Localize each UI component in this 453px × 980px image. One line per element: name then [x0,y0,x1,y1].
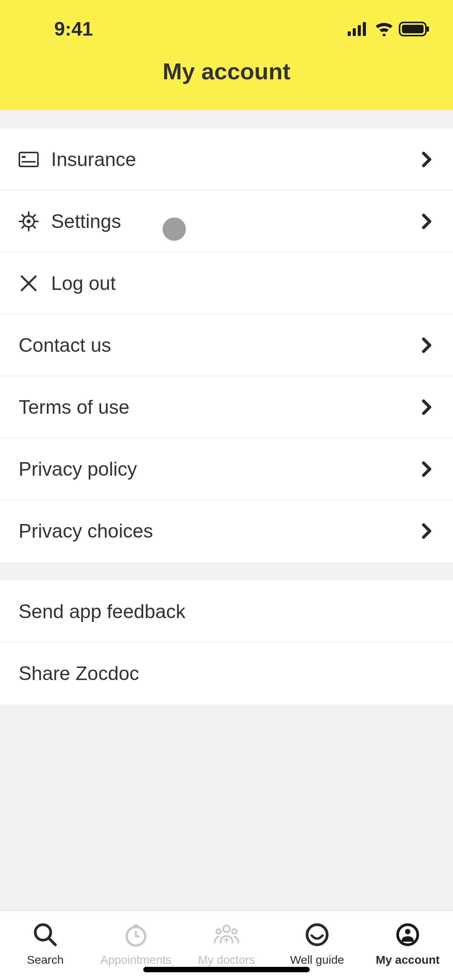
svg-point-16 [232,929,237,934]
account-icon [395,922,421,948]
svg-point-17 [307,925,327,945]
svg-rect-6 [427,26,429,32]
list-item-share[interactable]: Share Zocdoc [0,642,453,704]
tab-label: Search [27,953,63,966]
list-item-insurance[interactable]: Insurance [0,128,453,190]
gear-icon [19,211,39,231]
chevron-right-icon [419,338,434,353]
svg-point-18 [398,925,418,945]
svg-rect-2 [358,25,361,36]
svg-rect-9 [22,161,36,163]
battery-icon [399,22,430,36]
list-item-feedback[interactable]: Send app feedback [0,581,453,642]
svg-point-14 [223,925,230,932]
status-bar: 9:41 [0,0,453,39]
search-icon [32,922,58,948]
status-time: 9:41 [54,18,93,40]
tab-search[interactable]: Search [0,922,91,980]
chevron-right-icon [419,399,434,415]
status-icons [348,22,430,36]
header: 9:41 My account [0,0,453,110]
chevron-right-icon [419,152,434,167]
list-item-label: Terms of use [19,396,419,418]
list-item-label: Share Zocdoc [19,662,434,685]
list-item-label: Log out [51,272,434,295]
svg-rect-8 [22,156,26,158]
list-item-contact-us[interactable]: Contact us [0,314,453,376]
list-item-label: Privacy policy [19,458,419,480]
list-item-label: Insurance [51,148,419,171]
doctors-icon [213,922,240,948]
list-item-logout[interactable]: Log out [0,252,453,314]
clock-icon [123,922,149,948]
svg-point-11 [27,219,31,223]
section-account: Insurance Settings Log [0,128,453,562]
home-indicator[interactable] [143,967,310,972]
svg-rect-0 [348,31,351,36]
svg-rect-7 [19,152,38,166]
cellular-icon [348,22,369,36]
list-item-label: Privacy choices [19,520,419,542]
list-item-privacy-policy[interactable]: Privacy policy [0,438,453,500]
tab-my-account[interactable]: My account [362,922,453,980]
tab-label: Appointments [100,953,171,966]
list-item-privacy-choices[interactable]: Privacy choices [0,500,453,562]
svg-point-15 [216,929,221,934]
tab-label: My doctors [198,953,255,966]
chevron-right-icon [419,461,434,477]
chevron-right-icon [419,214,434,229]
list-item-settings[interactable]: Settings [0,190,453,252]
chevron-right-icon [419,523,434,539]
list-item-label: Send app feedback [19,600,434,623]
svg-point-19 [405,929,410,934]
tab-label: Well guide [290,953,344,966]
wifi-icon [375,22,393,36]
list-item-terms[interactable]: Terms of use [0,376,453,438]
list-item-label: Settings [51,210,419,233]
close-icon [19,273,39,293]
svg-rect-1 [353,28,356,36]
list-item-label: Contact us [19,334,419,356]
smile-icon [304,922,330,948]
svg-rect-5 [402,25,424,33]
svg-rect-3 [363,22,366,36]
section-feedback: Send app feedback Share Zocdoc [0,581,453,704]
tab-label: My account [376,953,439,966]
page-title: My account [0,58,453,85]
insurance-card-icon [19,149,39,170]
